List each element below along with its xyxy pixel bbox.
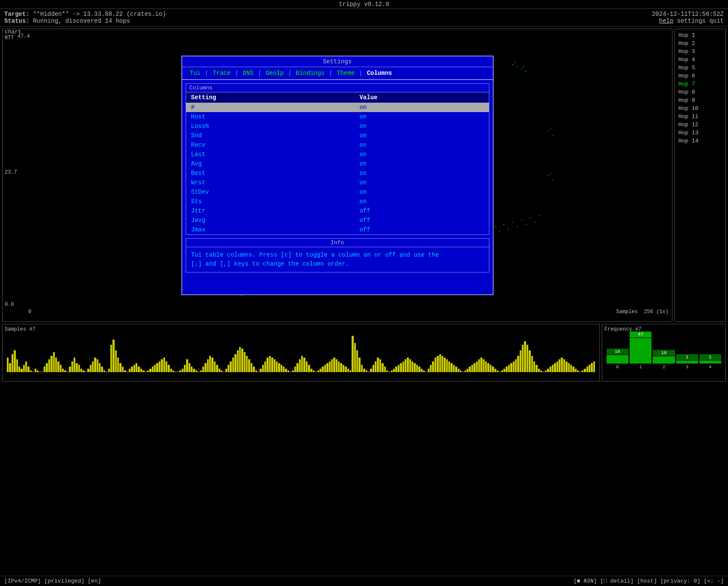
hop-item-13[interactable]: Hop 13 bbox=[675, 129, 725, 137]
sample-bar-66 bbox=[159, 361, 160, 373]
hop-item-11[interactable]: Hop 11 bbox=[675, 112, 725, 121]
sample-bar-78 bbox=[186, 359, 188, 372]
sample-bar-154 bbox=[361, 365, 363, 372]
sample-bar-212 bbox=[494, 369, 496, 373]
sample-bar-202 bbox=[471, 365, 473, 372]
sample-bar-87 bbox=[207, 359, 209, 372]
column-row-snd[interactable]: Sndon bbox=[186, 131, 489, 140]
sample-bar-54 bbox=[131, 367, 133, 372]
sample-bar-61 bbox=[147, 370, 149, 372]
sample-bar-27 bbox=[69, 367, 71, 372]
sample-bar-89 bbox=[211, 358, 213, 372]
sample-bar-235 bbox=[547, 369, 549, 373]
bottom-panels: Samples #7 Frequency #7 16471011 01234 bbox=[2, 324, 726, 382]
hop-item-2[interactable]: Hop 2 bbox=[675, 39, 725, 47]
column-row-#[interactable]: #on bbox=[186, 103, 489, 112]
column-row-last[interactable]: Laston bbox=[186, 150, 489, 159]
help-link[interactable]: help bbox=[659, 18, 674, 24]
sample-bar-59 bbox=[142, 370, 144, 372]
hop-item-1[interactable]: Hop 1 bbox=[675, 31, 725, 39]
hop-item-10[interactable]: Hop 10 bbox=[675, 104, 725, 112]
sample-bar-14 bbox=[39, 372, 41, 372]
sample-bar-120 bbox=[283, 367, 284, 372]
main-area: chart RTT 47.4 23.7 0.0 0 256 (1x) Sampl… bbox=[0, 27, 728, 324]
freq-bar-1 bbox=[630, 338, 651, 364]
sample-bar-121 bbox=[285, 369, 287, 373]
frequency-bars: 16471011 bbox=[604, 334, 723, 364]
hop-item-3[interactable]: Hop 3 bbox=[675, 47, 725, 56]
tab-separator-1: | bbox=[204, 70, 209, 77]
sample-bar-252 bbox=[586, 367, 588, 372]
col-setting-9: StDev bbox=[186, 187, 355, 197]
sample-bar-100 bbox=[237, 350, 239, 372]
sample-bar-239 bbox=[556, 361, 558, 373]
sample-bar-136 bbox=[320, 369, 321, 373]
sample-bar-197 bbox=[460, 370, 462, 372]
hop-item-5[interactable]: Hop 5 bbox=[675, 64, 725, 72]
sample-bar-41 bbox=[101, 367, 103, 372]
tab-columns[interactable]: Columns bbox=[364, 70, 396, 77]
sample-bar-237 bbox=[552, 365, 553, 372]
tab-theme[interactable]: Theme bbox=[333, 70, 358, 77]
freq-label-3: 1 bbox=[676, 354, 698, 360]
sample-bar-249 bbox=[579, 372, 581, 372]
sample-bar-102 bbox=[241, 349, 243, 372]
tab-trace[interactable]: Trace bbox=[209, 70, 234, 77]
column-row-best[interactable]: Beston bbox=[186, 169, 489, 178]
sample-bar-137 bbox=[322, 367, 323, 372]
sample-bar-21 bbox=[55, 358, 57, 372]
freq-label-4: 1 bbox=[699, 354, 721, 360]
sample-bar-159 bbox=[373, 365, 374, 372]
sample-bar-240 bbox=[559, 359, 560, 372]
column-row-sts[interactable]: Stson bbox=[186, 197, 489, 206]
hop-item-9[interactable]: Hop 9 bbox=[675, 96, 725, 104]
hop-item-8[interactable]: Hop 8 bbox=[675, 88, 725, 96]
sample-bar-206 bbox=[480, 358, 482, 372]
sample-bar-152 bbox=[356, 350, 358, 372]
hop-item-7[interactable]: Hop 7 bbox=[675, 80, 725, 88]
header-left: Target: **Hidden** -> 13.33.88.22 (crate… bbox=[4, 11, 166, 24]
sample-bar-45 bbox=[110, 345, 112, 372]
hop-item-12[interactable]: Hop 12 bbox=[675, 121, 725, 129]
status-label: Status: bbox=[4, 18, 30, 24]
freq-bar-wrap-4: 1 bbox=[699, 354, 721, 364]
column-row-jttr[interactable]: Jttroff bbox=[186, 206, 489, 216]
sample-bar-177 bbox=[414, 363, 415, 372]
tab-dns[interactable]: DNS bbox=[240, 70, 257, 77]
status-bar: [IPv4/ICMP] [privileged] [en] [■ ASN] [□… bbox=[0, 576, 728, 586]
sample-bar-214 bbox=[499, 372, 500, 372]
sample-bar-131 bbox=[308, 365, 310, 372]
sample-bar-18 bbox=[48, 359, 50, 372]
status-right: [■ ASN] [□ detail] [host] [privacy: 0] [… bbox=[574, 578, 724, 584]
tab-tui[interactable]: Tui bbox=[186, 70, 204, 77]
sample-bar-225 bbox=[524, 341, 526, 372]
sample-bar-1 bbox=[9, 363, 11, 372]
sample-bar-175 bbox=[409, 359, 411, 372]
column-row-avg[interactable]: Avgon bbox=[186, 159, 489, 169]
hop-item-14[interactable]: Hop 14 bbox=[675, 137, 725, 145]
settings-link[interactable]: settings bbox=[677, 18, 706, 24]
sample-bar-22 bbox=[57, 361, 59, 373]
sample-bar-209 bbox=[487, 363, 489, 372]
column-row-recv[interactable]: Recvon bbox=[186, 140, 489, 150]
sample-bar-246 bbox=[572, 367, 574, 372]
sample-bar-38 bbox=[94, 358, 96, 372]
hop-item-6[interactable]: Hop 6 bbox=[675, 72, 725, 80]
column-row-host[interactable]: Hoston bbox=[186, 112, 489, 121]
column-row-loss%[interactable]: Loss%on bbox=[186, 121, 489, 131]
sample-bar-244 bbox=[568, 363, 570, 372]
sample-bar-28 bbox=[71, 361, 73, 373]
quit-link[interactable]: quit bbox=[709, 18, 724, 24]
column-row-stdev[interactable]: StDevon bbox=[186, 187, 489, 197]
samples-panel-title: Samples #7 bbox=[5, 326, 597, 332]
sample-bar-182 bbox=[425, 372, 427, 372]
sample-bar-88 bbox=[209, 356, 211, 372]
column-row-jmax[interactable]: Jmaxoff bbox=[186, 225, 489, 234]
info-section: Info Tui table columns. Press [c] to tog… bbox=[186, 238, 489, 272]
tab-geoip[interactable]: GeoIp bbox=[262, 70, 287, 77]
column-row-javg[interactable]: Javgoff bbox=[186, 216, 489, 225]
sample-bar-103 bbox=[244, 352, 246, 372]
tab-bindings[interactable]: Bindings bbox=[293, 70, 328, 77]
column-row-wrst[interactable]: Wrston bbox=[186, 178, 489, 187]
hop-item-4[interactable]: Hop 4 bbox=[675, 56, 725, 64]
